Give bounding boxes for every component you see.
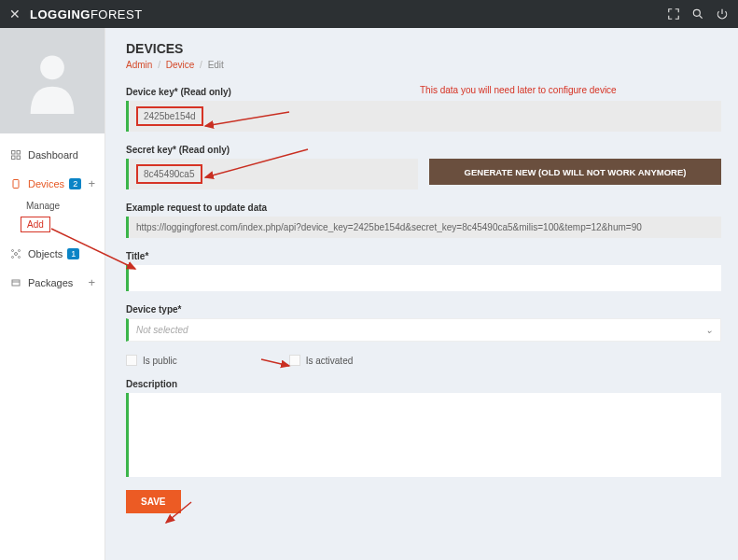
svg-rect-6 [13,179,19,188]
svg-rect-3 [17,151,21,155]
secret-key-field: 8c45490ca5 [126,159,418,189]
svg-point-0 [693,9,700,16]
secret-key-label: Secret key* (Read only) [126,145,721,155]
sidebar-item-objects[interactable]: Objects 1 [0,240,104,268]
sidebar: Dashboard Devices 2 + Manage Add Objects… [0,28,105,560]
device-icon [9,177,22,190]
sidebar-sub-add[interactable]: Add [21,217,50,232]
fullscreen-icon[interactable] [667,7,680,21]
checkbox-box [289,355,300,366]
example-request-field: https://loggingforest.com/index.php/api?… [126,217,721,238]
power-icon[interactable] [716,7,729,21]
grid-icon [9,148,22,161]
device-key-value: 2425be154d [136,106,203,126]
config-note: This data you will need later to configu… [420,85,617,95]
search-icon[interactable] [691,7,704,21]
sidebar-item-label: Packages [28,277,73,288]
sidebar-item-label: Devices [28,178,64,189]
page-title: DEVICES [126,41,721,56]
count-badge: 2 [69,178,81,189]
checkbox-box [126,355,137,366]
sidebar-nav: Dashboard Devices 2 + Manage Add Objects… [0,133,104,297]
save-button[interactable]: SAVE [126,490,181,513]
secret-key-value: 8c45490ca5 [136,164,202,184]
svg-rect-5 [17,156,21,160]
is-public-label: Is public [143,356,177,366]
device-type-label: Device type* [126,304,721,315]
packages-icon [9,276,22,289]
is-public-checkbox[interactable]: Is public [126,355,177,366]
svg-point-7 [15,253,18,256]
svg-rect-2 [12,151,16,155]
objects-icon [9,247,22,260]
close-icon[interactable]: ✕ [9,7,21,21]
is-activated-checkbox[interactable]: Is activated [289,355,354,366]
description-label: Description [126,379,721,389]
device-type-select[interactable]: Not selected ⌄ [126,318,721,342]
sidebar-item-label: Objects [28,248,63,259]
main-content: DEVICES Admin / Device / Edit Device key… [105,28,738,560]
brand-light: FOREST [91,7,143,21]
svg-point-1 [40,55,64,79]
svg-point-10 [12,257,14,259]
sidebar-sub-manage[interactable]: Manage [0,198,104,214]
chevron-down-icon: ⌄ [705,325,713,335]
title-input[interactable] [126,265,721,291]
title-label: Title* [126,251,721,261]
crumb-device[interactable]: Device [166,60,195,70]
crumb-edit: Edit [208,60,224,70]
device-key-field: 2425be154d [126,101,721,132]
top-bar: ✕ LOGGINGFOREST [0,0,738,28]
sidebar-item-devices[interactable]: Devices 2 + [0,169,104,198]
count-badge: 1 [67,248,79,259]
svg-rect-12 [12,280,20,286]
generate-new-button[interactable]: GENERATE NEW (OLD WILL NOT WORK ANYMORE) [429,159,721,185]
add-icon[interactable]: + [88,275,95,289]
device-type-placeholder: Not selected [136,325,188,335]
svg-point-11 [19,257,21,259]
avatar [0,28,104,133]
breadcrumb: Admin / Device / Edit [126,60,721,70]
app-brand: LOGGINGFOREST [30,7,143,21]
is-activated-label: Is activated [306,356,354,366]
sidebar-item-label: Dashboard [28,149,78,161]
crumb-admin[interactable]: Admin [126,60,152,70]
example-request-label: Example request to update data [126,203,721,213]
brand-bold: LOGGING [30,7,91,21]
svg-point-9 [19,250,21,252]
svg-rect-4 [12,156,16,160]
svg-point-8 [12,250,14,252]
add-icon[interactable]: + [88,176,95,190]
description-input[interactable] [126,393,721,477]
sidebar-item-dashboard[interactable]: Dashboard [0,141,104,169]
sidebar-item-packages[interactable]: Packages + [0,268,104,297]
